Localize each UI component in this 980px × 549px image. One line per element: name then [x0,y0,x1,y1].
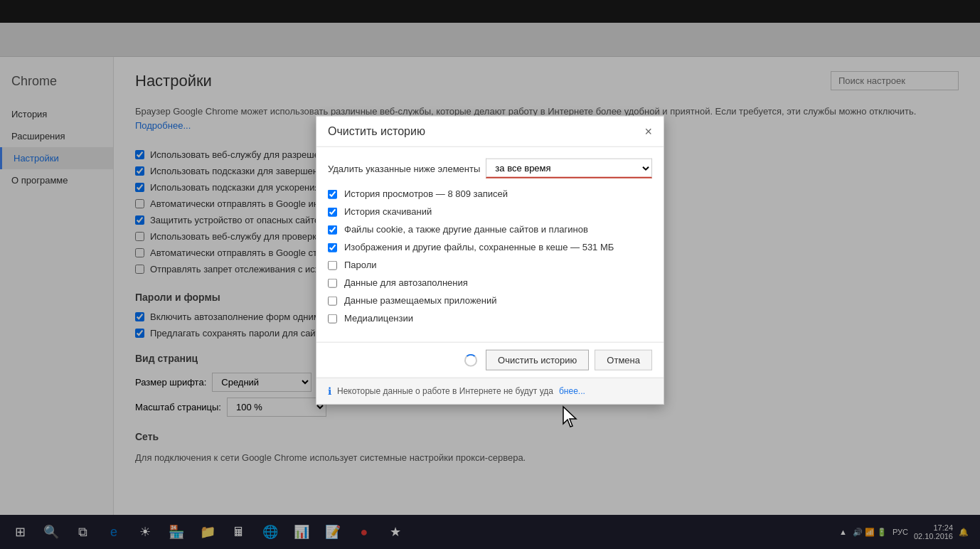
dialog-cb-7[interactable] [328,314,337,324]
dialog-title: Очистить историю [328,125,425,138]
info-bar: ℹ Некоторые данные о работе в Интернете … [316,378,664,404]
dialog-cb-4[interactable] [328,261,337,270]
dialog-header: Очистить историю × [316,117,664,147]
dialog-checkbox-7: Медиалицензии [328,313,652,324]
dialog-footer: Очистить историю Отмена [316,342,664,378]
delete-label: Удалить указанные ниже элементы [328,163,480,174]
dialog-cb-1[interactable] [328,208,337,217]
dialog-checkbox-5: Данные для автозаполнения [328,277,652,288]
clear-history-button[interactable]: Очистить историю [486,350,589,371]
dialog-checkbox-3: Изображения и другие файлы, сохраненные … [328,242,652,252]
dialog-checkbox-1: История скачиваний [328,206,652,217]
dialog-cb-0[interactable] [328,190,337,199]
dialog-checkbox-2: Файлы cookie, а также другие данные сайт… [328,224,652,235]
dialog-body: Удалить указанные ниже элементы за все в… [316,147,664,342]
dialog-close-button[interactable]: × [644,125,652,138]
dialog-checkbox-4: Пароли [328,260,652,270]
dialog-cb-3[interactable] [328,243,337,252]
delete-row: Удалить указанные ниже элементы за все в… [328,159,652,178]
dialog-cb-2[interactable] [328,225,337,235]
clear-history-dialog: Очистить историю × Удалить указанные ниж… [316,116,664,405]
info-link[interactable]: бнее... [559,386,585,396]
cancel-button[interactable]: Отмена [595,350,652,371]
dialog-cb-6[interactable] [328,297,337,306]
dialog-checkbox-0: История просмотров — 8 809 записей [328,188,652,199]
time-select[interactable]: за все время за последний час за последн… [486,159,652,178]
dialog-cb-5[interactable] [328,279,337,288]
info-icon: ℹ [328,385,331,397]
dialog-checkbox-6: Данные размещаемых приложений [328,295,652,306]
loading-spinner [464,353,477,366]
info-text: Некоторые данные о работе в Интернете не… [337,386,553,396]
